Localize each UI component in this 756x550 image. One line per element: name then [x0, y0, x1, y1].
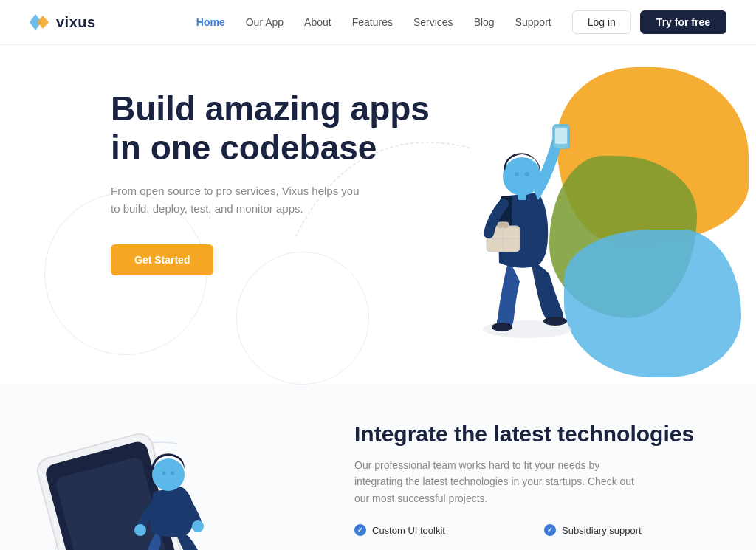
nav-actions: Log in Try for free — [572, 10, 726, 34]
logo-area: vixus — [30, 14, 96, 31]
hero-section: Build amazing apps in one codebase From … — [0, 45, 756, 385]
lower-content: Integrate the latest technologies Our pr… — [310, 385, 726, 550]
svg-rect-12 — [518, 191, 526, 200]
nav-about[interactable]: About — [304, 16, 331, 28]
svg-point-25 — [162, 472, 166, 475]
svg-point-11 — [503, 157, 541, 196]
brand-name: vixus — [56, 14, 96, 31]
feature-label-1: Subsidiary support — [562, 525, 642, 536]
svg-point-23 — [134, 524, 146, 536]
try-free-button[interactable]: Try for free — [640, 10, 726, 34]
svg-point-13 — [515, 172, 519, 176]
lower-section-title: Integrate the latest technologies — [354, 422, 712, 447]
lower-section: Integrate the latest technologies Our pr… — [0, 385, 756, 550]
lower-section-description: Our professional team works hard to fit … — [354, 457, 635, 506]
svg-point-4 — [543, 317, 567, 326]
svg-point-26 — [171, 472, 175, 475]
svg-marker-1 — [37, 16, 49, 29]
check-icon-1 — [544, 524, 556, 536]
get-started-button[interactable]: Get Started — [111, 244, 213, 275]
nav-links: Home Our App About Features Services Blo… — [196, 16, 551, 29]
feature-label-0: Custom UI toolkit — [372, 525, 445, 536]
svg-rect-10 — [555, 128, 567, 144]
nav-blog[interactable]: Blog — [474, 16, 495, 28]
svg-point-24 — [192, 520, 204, 532]
nav-support[interactable]: Support — [515, 16, 551, 28]
nav-home[interactable]: Home — [196, 16, 225, 28]
lower-illustration — [30, 385, 310, 550]
features-list: Custom UI toolkit Subsidiary support — [354, 524, 712, 536]
nav-services[interactable]: Services — [413, 16, 453, 28]
logo-icon — [30, 14, 50, 30]
feature-item-1: Subsidiary support — [544, 524, 712, 536]
svg-point-22 — [152, 458, 185, 491]
svg-point-14 — [525, 172, 529, 176]
nav-features[interactable]: Features — [352, 16, 393, 28]
lower-person-illustration — [30, 385, 295, 550]
hero-person-illustration — [446, 89, 594, 340]
navbar: vixus Home Our App About Features Servic… — [0, 0, 756, 45]
login-button[interactable]: Log in — [572, 10, 631, 34]
nav-our-app[interactable]: Our App — [246, 16, 284, 28]
feature-item-0: Custom UI toolkit — [354, 524, 522, 536]
svg-point-3 — [492, 323, 512, 331]
check-icon-0 — [354, 524, 366, 536]
